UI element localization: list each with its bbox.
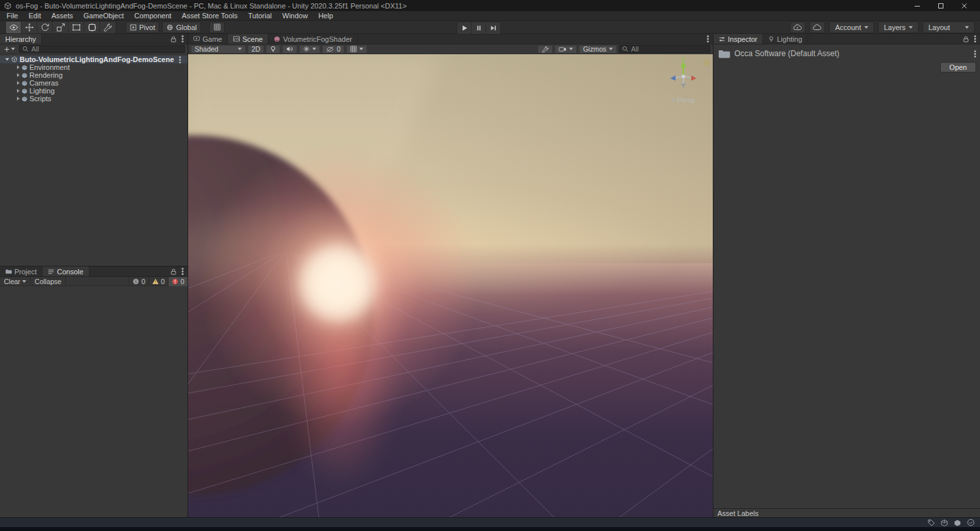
foldout-open-icon[interactable] — [5, 58, 9, 61]
scene-camera-dropdown[interactable] — [555, 45, 577, 54]
panel-menu-icon[interactable] — [182, 270, 184, 272]
console-log-area[interactable] — [0, 286, 188, 517]
tab-console[interactable]: Console — [42, 266, 89, 276]
info-filter-toggle[interactable]: 0 — [129, 277, 148, 286]
chevron-left-icon — [672, 98, 674, 102]
foldout-closed-icon[interactable] — [17, 97, 20, 101]
foldout-closed-icon[interactable] — [17, 65, 20, 69]
clear-button[interactable]: Clear — [0, 277, 31, 286]
orientation-gizmo[interactable]: y — [663, 57, 704, 96]
pause-button[interactable] — [472, 22, 486, 34]
viewport-lock-icon[interactable] — [704, 59, 710, 65]
rotate-tool-button[interactable] — [37, 22, 53, 33]
foldout-closed-icon[interactable] — [17, 89, 20, 93]
chevron-down-icon — [11, 48, 15, 50]
hierarchy-search-input[interactable]: All — [19, 45, 185, 53]
play-button[interactable] — [457, 22, 472, 34]
chevron-down-icon — [569, 48, 573, 50]
menu-window[interactable]: Window — [277, 12, 313, 20]
step-button[interactable] — [486, 22, 500, 34]
scene-effects-dropdown[interactable] — [299, 45, 320, 54]
panel-menu-icon[interactable] — [974, 38, 976, 40]
chevron-down-icon — [609, 48, 613, 50]
rect-tool-icon — [72, 23, 81, 32]
scene-options-icon[interactable] — [179, 59, 181, 61]
open-button[interactable]: Open — [940, 62, 976, 72]
2d-toggle[interactable]: 2D — [248, 45, 264, 54]
cloud-button[interactable] — [809, 22, 825, 33]
tab-lighting[interactable]: Lighting — [763, 34, 808, 44]
error-filter-toggle[interactable]: 0 — [168, 277, 188, 286]
layers-dropdown[interactable]: Layers — [878, 22, 919, 33]
hierarchy-item-scripts[interactable]: Scripts — [0, 95, 188, 103]
scene-viewport[interactable]: y Persp — [188, 54, 713, 517]
asset-bundle-variant-icon[interactable] — [954, 519, 961, 526]
menu-component[interactable]: Component — [129, 12, 176, 20]
rect-tool-button[interactable] — [69, 22, 84, 33]
menu-edit[interactable]: Edit — [24, 12, 46, 20]
menu-assets[interactable]: Assets — [46, 12, 78, 20]
grid-snap-button[interactable] — [209, 22, 225, 33]
foldout-closed-icon[interactable] — [17, 81, 20, 85]
projection-toggle[interactable]: Persp — [663, 96, 704, 104]
menu-tutorial[interactable]: Tutorial — [243, 12, 277, 20]
tab-inspector[interactable]: Inspector — [713, 34, 763, 44]
layout-dropdown[interactable]: Layout — [923, 22, 975, 33]
scene-column: Game Scene VolumetricFogShader — [188, 34, 713, 517]
asset-options-icon[interactable] — [974, 53, 976, 55]
asset-labels-bar[interactable]: Asset Labels — [713, 508, 980, 517]
menu-gameobject[interactable]: GameObject — [78, 12, 129, 20]
eye-hidden-icon — [326, 46, 334, 52]
menu-help[interactable]: Help — [313, 12, 338, 20]
transform-tool-button[interactable] — [84, 22, 100, 33]
tab-hierarchy[interactable]: Hierarchy — [0, 34, 42, 44]
asset-title: Occa Software (Default Asset) — [734, 49, 840, 58]
panel-menu-icon[interactable] — [182, 38, 184, 40]
tab-game[interactable]: Game — [188, 34, 228, 44]
scale-tool-button[interactable] — [53, 22, 69, 33]
menu-file[interactable]: File — [1, 12, 24, 20]
close-button[interactable] — [953, 0, 976, 11]
collapse-button[interactable]: Collapse — [31, 277, 66, 286]
hierarchy-item-environment[interactable]: Environment — [0, 63, 188, 71]
asset-bundle-icon[interactable] — [941, 519, 948, 526]
hierarchy-item-cameras[interactable]: Cameras — [0, 79, 188, 87]
menu-asset-store-tools[interactable]: Asset Store Tools — [176, 12, 242, 20]
toolbar-right-group: Account Layers Layout — [790, 22, 975, 33]
tab-scene[interactable]: Scene — [228, 34, 269, 44]
custom-tool-button[interactable] — [100, 22, 116, 33]
foldout-closed-icon[interactable] — [17, 73, 20, 77]
lock-icon[interactable] — [171, 268, 176, 275]
hierarchy-scene-row[interactable]: Buto-VolumetricLightingAndFog-DemoScene — [0, 56, 188, 63]
panel-menu-icon[interactable] — [707, 38, 709, 40]
collab-button[interactable] — [790, 22, 806, 33]
minimize-button[interactable] — [906, 0, 929, 11]
scene-audio-toggle[interactable] — [282, 45, 297, 54]
progress-check-icon[interactable] — [967, 519, 975, 526]
move-tool-button[interactable] — [22, 22, 37, 33]
maximize-button[interactable] — [929, 0, 953, 11]
gizmos-dropdown[interactable]: Gizmos — [579, 45, 617, 54]
lock-icon[interactable] — [963, 36, 969, 42]
window-controls — [906, 0, 976, 11]
asset-label-tag-icon[interactable] — [928, 519, 935, 526]
gameobject-icon — [22, 65, 27, 71]
view-tool-button[interactable] — [6, 22, 22, 33]
grid-visibility-dropdown[interactable] — [346, 45, 367, 54]
tab-volumetricfogshader[interactable]: VolumetricFogShader — [269, 34, 358, 44]
scene-tools-button[interactable] — [538, 45, 553, 54]
tab-project[interactable]: Project — [0, 266, 42, 276]
draw-mode-dropdown[interactable]: Shaded — [191, 45, 246, 54]
hierarchy-item-lighting[interactable]: Lighting — [0, 87, 188, 95]
warning-filter-toggle[interactable]: 0 — [148, 277, 168, 286]
lock-icon[interactable] — [171, 36, 176, 42]
scene-search-input[interactable]: All — [619, 45, 710, 53]
create-menu-button[interactable] — [3, 45, 16, 53]
account-dropdown[interactable]: Account — [829, 22, 874, 33]
scene-lighting-toggle[interactable] — [266, 45, 280, 54]
pivot-toggle[interactable]: Pivot — [125, 22, 159, 33]
folder-icon — [717, 48, 730, 59]
hidden-objects-toggle[interactable]: 0 — [322, 45, 344, 54]
global-toggle[interactable]: Global — [162, 22, 201, 33]
hierarchy-item-rendering[interactable]: Rendering — [0, 71, 188, 79]
